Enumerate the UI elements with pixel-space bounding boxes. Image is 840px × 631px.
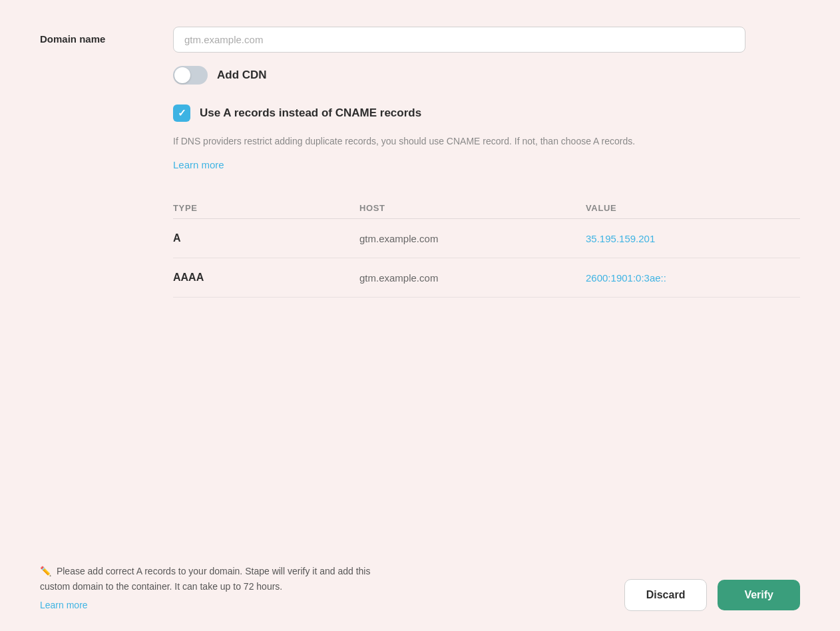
bottom-section: ✏️ Please add correct A records to your … xyxy=(40,564,800,611)
record-host-a: gtm.example.com xyxy=(359,233,586,244)
domain-name-input[interactable] xyxy=(173,27,745,53)
a-records-checkbox-row: ✓ Use A records instead of CNAME records xyxy=(173,105,800,122)
pencil-icon: ✏️ xyxy=(40,566,51,576)
record-type-aaaa: AAAA xyxy=(173,272,359,284)
main-container: Domain name Add CDN ✓ Use A records inst… xyxy=(0,0,840,631)
table-row: AAAA gtm.example.com 2600:1901:0:3ae:: xyxy=(173,258,800,298)
a-records-checkbox[interactable]: ✓ xyxy=(173,105,190,122)
action-buttons: Discard Verify xyxy=(624,579,800,611)
cdn-toggle[interactable] xyxy=(173,66,208,85)
domain-name-row: Domain name Add CDN ✓ Use A records inst… xyxy=(40,27,800,298)
domain-form-content: Add CDN ✓ Use A records instead of CNAME… xyxy=(173,27,800,298)
record-host-aaaa: gtm.example.com xyxy=(359,272,586,284)
dns-records-table: TYPE HOST VALUE A gtm.example.com 35.195… xyxy=(173,198,800,298)
table-row: A gtm.example.com 35.195.159.201 xyxy=(173,219,800,258)
notice-text: ✏️ Please add correct A records to your … xyxy=(40,564,373,594)
a-records-label: Use A records instead of CNAME records xyxy=(200,106,421,120)
domain-name-label: Domain name xyxy=(40,27,173,45)
toggle-knob xyxy=(174,67,190,83)
record-value-a: 35.195.159.201 xyxy=(586,233,800,244)
bottom-learn-more-link[interactable]: Learn more xyxy=(40,600,88,610)
col-header-value: VALUE xyxy=(586,203,800,213)
verify-button[interactable]: Verify xyxy=(718,580,800,610)
col-header-type: TYPE xyxy=(173,203,359,213)
record-value-aaaa: 2600:1901:0:3ae:: xyxy=(586,272,800,284)
cdn-label: Add CDN xyxy=(217,69,267,82)
record-type-a: A xyxy=(173,232,359,244)
learn-more-link[interactable]: Learn more xyxy=(173,159,224,170)
checkmark-icon: ✓ xyxy=(178,107,186,119)
cdn-row: Add CDN xyxy=(173,66,800,85)
discard-button[interactable]: Discard xyxy=(624,579,708,611)
bottom-notice: ✏️ Please add correct A records to your … xyxy=(40,564,373,611)
description-text: If DNS providers restrict adding duplica… xyxy=(173,134,639,148)
col-header-host: HOST xyxy=(359,203,586,213)
table-header: TYPE HOST VALUE xyxy=(173,198,800,219)
